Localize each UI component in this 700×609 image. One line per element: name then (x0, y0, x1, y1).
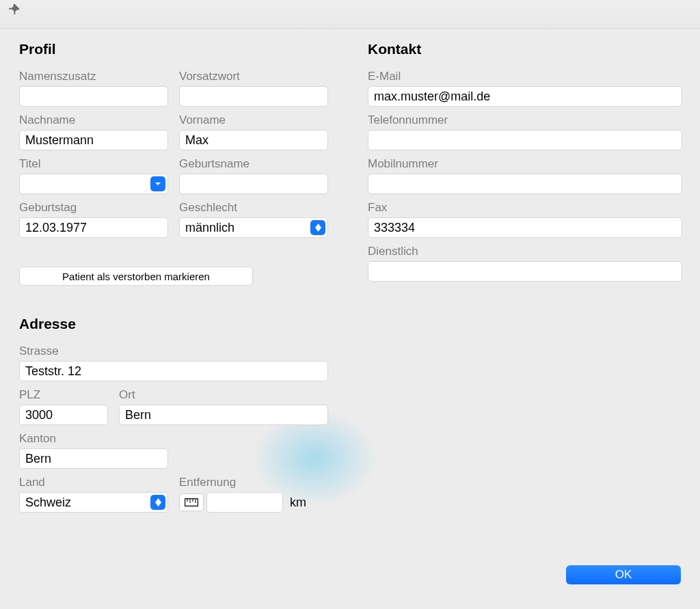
ort-input[interactable] (119, 405, 328, 425)
entfernung-unit: km (290, 496, 306, 510)
ok-button[interactable]: OK (566, 565, 681, 584)
nachname-label: Nachname (19, 113, 168, 127)
telefon-label: Telefonnummer (368, 113, 682, 127)
vorsatzwort-label: Vorsatzwort (179, 70, 328, 83)
geburtsname-input[interactable] (179, 174, 328, 194)
mobil-input[interactable] (368, 174, 682, 194)
dienstlich-input[interactable] (368, 261, 682, 282)
chevron-down-icon (150, 176, 165, 191)
strasse-input[interactable] (19, 361, 328, 381)
entfernung-label: Entfernung (179, 476, 306, 489)
email-input[interactable] (368, 86, 682, 107)
namenszusatz-input[interactable] (19, 86, 168, 107)
mobil-label: Mobilnummer (368, 157, 682, 171)
ort-label: Ort (119, 388, 328, 402)
adresse-heading: Adresse (19, 316, 328, 332)
mark-deceased-button[interactable]: Patient als verstorben markieren (19, 267, 253, 286)
geburtsname-label: Geburtsname (179, 157, 328, 171)
kanton-input[interactable] (19, 448, 168, 469)
nachname-input[interactable] (19, 130, 168, 150)
kontakt-heading: Kontakt (368, 41, 682, 57)
land-label: Land (19, 476, 168, 489)
geburtstag-input[interactable] (19, 217, 168, 238)
email-label: E-Mail (368, 70, 682, 83)
geburtstag-label: Geburtstag (19, 201, 168, 215)
fax-input[interactable] (368, 217, 682, 238)
geschlecht-label: Geschlecht (179, 201, 328, 215)
ruler-icon[interactable] (179, 493, 204, 511)
strasse-label: Strasse (19, 344, 328, 358)
plz-label: PLZ (19, 388, 108, 402)
updown-icon (310, 220, 325, 235)
svg-rect-0 (185, 499, 198, 506)
pin-icon[interactable] (7, 4, 22, 23)
titel-label: Titel (19, 157, 168, 171)
vorname-label: Vorname (179, 113, 328, 127)
geschlecht-select[interactable]: männlich (179, 217, 328, 238)
geschlecht-value: männlich (185, 221, 234, 235)
kanton-label: Kanton (19, 432, 168, 446)
telefon-input[interactable] (368, 130, 682, 150)
dienstlich-label: Dienstlich (368, 245, 682, 258)
vorsatzwort-input[interactable] (179, 86, 328, 107)
titel-select[interactable] (19, 174, 168, 194)
vorname-input[interactable] (179, 130, 328, 150)
entfernung-input[interactable] (206, 492, 283, 513)
land-value: Schweiz (25, 496, 71, 510)
fax-label: Fax (368, 201, 682, 215)
land-select[interactable]: Schweiz (19, 492, 168, 513)
plz-input[interactable] (19, 405, 108, 425)
namenszusatz-label: Namenszusatz (19, 70, 168, 83)
profil-heading: Profil (19, 41, 328, 57)
updown-icon (150, 495, 165, 510)
